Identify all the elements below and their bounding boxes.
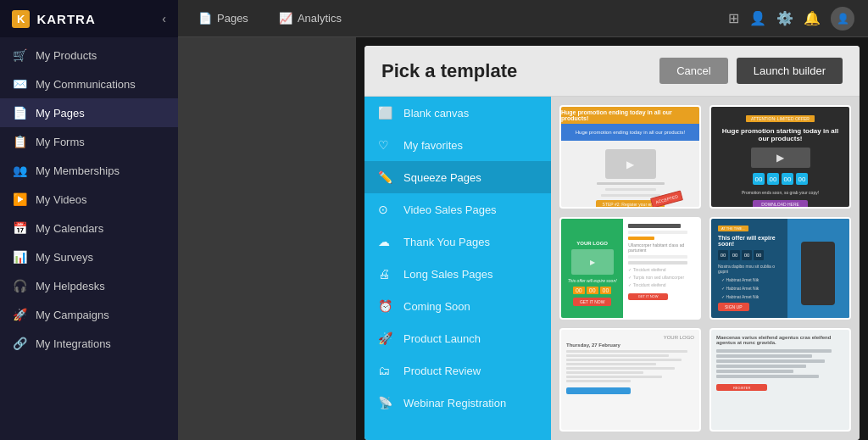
template-card[interactable]: Huge promotion ending today in all our p… — [559, 105, 701, 209]
coming-soon-icon: ⏰ — [378, 299, 395, 313]
products-icon: 🛒 — [12, 48, 27, 62]
template-category-label: Squeeze Pages — [403, 171, 481, 184]
grid-icon[interactable]: ⊞ — [728, 10, 739, 26]
topnav-analytics-icon: 📈 — [279, 12, 292, 25]
template-card[interactable]: YOUR LOGO ▶ This offer will expire soon!… — [559, 217, 701, 320]
template-category-product-review[interactable]: 🗂 Product Review — [364, 354, 551, 387]
template-card[interactable]: Maecenas varius eleifend agentus cras el… — [709, 328, 851, 432]
sidebar-item-products[interactable]: 🛒 My Products — [0, 41, 178, 70]
sidebar-item-label: My Forms — [36, 136, 85, 148]
template-preview-1: Huge promotion ending today in all our p… — [561, 107, 699, 209]
product-launch-icon: 🚀 — [378, 331, 395, 345]
video-sales-icon: ⊙ — [378, 203, 395, 216]
template-category-product-launch[interactable]: 🚀 Product Launch — [364, 322, 551, 354]
sidebar-item-label: My Memberships — [36, 164, 120, 177]
template-category-favorites[interactable]: ♡ My favorites — [364, 129, 551, 161]
template-card[interactable]: ATTENTION: LIMITED OFFER Huge promotion … — [709, 105, 851, 209]
pages-icon: 📄 — [12, 106, 27, 120]
template-category-webinar[interactable]: 📡 Webinar Registration — [364, 387, 551, 419]
sidebar-item-label: My Campaigns — [36, 309, 109, 321]
sidebar-nav: 🛒 My Products ✉️ My Communications 📄 My … — [0, 37, 178, 440]
communications-icon: ✉️ — [12, 77, 27, 91]
sidebar-item-campaigns[interactable]: 🚀 My Campaigns — [0, 300, 178, 329]
template-category-long-sales[interactable]: 🖨 Long Sales Pages — [364, 258, 551, 290]
sidebar: K KARTRA ‹ 🛒 My Products ✉️ My Communica… — [0, 0, 178, 440]
template-category-label: My favorites — [403, 139, 463, 152]
bell-icon[interactable]: 🔔 — [804, 10, 821, 26]
template-preview-6: Maecenas varius eleifend agentus cras el… — [711, 330, 849, 432]
topnav-right: ⊞ 👤 ⚙️ 🔔 👤 — [728, 7, 854, 31]
sidebar-item-label: My Surveys — [36, 251, 93, 264]
template-grid: Huge promotion ending today in all our p… — [551, 97, 860, 440]
modal-header: Pick a template Cancel Launch builder — [364, 46, 860, 97]
main-content: 📄 Pages 📈 Analytics ⊞ 👤 ⚙️ 🔔 👤 Pick a te… — [178, 0, 868, 440]
modal-body: ⬜ Blank canvas ♡ My favorites ✏️ Squeeze… — [364, 97, 860, 440]
sidebar-item-communications[interactable]: ✉️ My Communications — [0, 70, 178, 98]
sidebar-item-videos[interactable]: ▶️ My Videos — [0, 185, 178, 214]
sidebar-item-calendars[interactable]: 📅 My Calendars — [0, 214, 178, 242]
sidebar-item-label: My Integrations — [36, 337, 111, 350]
modal-actions: Cancel Launch builder — [659, 58, 843, 84]
surveys-icon: 📊 — [12, 250, 27, 264]
topnav-analytics[interactable]: 📈 Analytics — [272, 8, 348, 28]
sidebar-item-label: My Videos — [36, 193, 86, 206]
product-review-icon: 🗂 — [378, 364, 395, 377]
logo-icon: K — [12, 10, 30, 28]
template-category-label: Video Sales Pages — [403, 203, 497, 216]
topnav: 📄 Pages 📈 Analytics ⊞ 👤 ⚙️ 🔔 👤 — [178, 0, 868, 37]
sidebar-item-helpdesks[interactable]: 🎧 My Helpdesks — [0, 271, 178, 300]
sidebar-item-pages[interactable]: 📄 My Pages — [0, 98, 178, 127]
calendars-icon: 📅 — [12, 221, 27, 235]
helpdesks-icon: 🎧 — [12, 279, 27, 292]
sidebar-item-surveys[interactable]: 📊 My Surveys — [0, 242, 178, 271]
integrations-icon: 🔗 — [12, 337, 27, 350]
webinar-icon: 📡 — [378, 396, 395, 409]
template-category-label: Long Sales Pages — [403, 268, 493, 281]
sidebar-item-label: My Products — [36, 49, 97, 62]
long-sales-icon: 🖨 — [378, 267, 395, 281]
videos-icon: ▶️ — [12, 192, 27, 206]
logo-text: KARTRA — [36, 12, 95, 26]
topnav-pages[interactable]: 📄 Pages — [192, 8, 255, 28]
template-preview-2: ATTENTION: LIMITED OFFER Huge promotion … — [711, 107, 849, 209]
cancel-button[interactable]: Cancel — [659, 58, 727, 84]
template-category-blank[interactable]: ⬜ Blank canvas — [364, 97, 551, 129]
template-card[interactable]: YOUR LOGO Thursday, 27 February — [559, 328, 701, 432]
topnav-analytics-label: Analytics — [298, 12, 342, 25]
template-category-coming-soon[interactable]: ⏰ Coming Soon — [364, 290, 551, 322]
template-category-label: Blank canvas — [403, 107, 469, 120]
sidebar-collapse-icon[interactable]: ‹ — [162, 12, 166, 25]
forms-icon: 📋 — [12, 135, 27, 148]
sidebar-item-forms[interactable]: 📋 My Forms — [0, 127, 178, 156]
sidebar-item-label: My Calendars — [36, 222, 103, 235]
memberships-icon: 👥 — [12, 164, 27, 177]
sidebar-logo: K KARTRA ‹ — [0, 0, 178, 37]
thank-you-icon: ☁ — [378, 235, 395, 248]
sidebar-item-memberships[interactable]: 👥 My Memberships — [0, 156, 178, 185]
template-category-thank-you[interactable]: ☁ Thank You Pages — [364, 226, 551, 258]
template-category-label: Product Review — [403, 365, 481, 377]
blank-canvas-icon: ⬜ — [378, 106, 395, 120]
topnav-pages-label: Pages — [217, 12, 248, 25]
squeeze-pages-icon: ✏️ — [378, 170, 395, 184]
template-preview-3: YOUR LOGO ▶ This offer will expire soon!… — [561, 219, 699, 320]
template-category-video-sales[interactable]: ⊙ Video Sales Pages — [364, 193, 551, 226]
favorites-icon: ♡ — [378, 138, 395, 152]
launch-builder-button[interactable]: Launch builder — [737, 58, 843, 84]
template-category-label: Thank You Pages — [403, 236, 490, 248]
sidebar-item-integrations[interactable]: 🔗 My Integrations — [0, 329, 178, 358]
avatar[interactable]: 👤 — [831, 7, 854, 31]
template-card[interactable]: AT THE TIME... This offer will expire so… — [709, 217, 851, 320]
template-preview-5: YOUR LOGO Thursday, 27 February — [561, 330, 699, 432]
topnav-pages-icon: 📄 — [198, 12, 212, 25]
user-icon[interactable]: 👤 — [749, 10, 766, 26]
campaigns-icon: 🚀 — [12, 308, 27, 321]
template-preview-4: AT THE TIME... This offer will expire so… — [711, 219, 849, 320]
template-category-squeeze[interactable]: ✏️ Squeeze Pages — [364, 161, 551, 193]
template-category-sidebar: ⬜ Blank canvas ♡ My favorites ✏️ Squeeze… — [364, 97, 551, 440]
sidebar-item-label: My Pages — [36, 107, 85, 120]
template-category-label: Product Launch — [403, 332, 481, 345]
modal-title: Pick a template — [381, 60, 659, 82]
settings-icon[interactable]: ⚙️ — [776, 10, 793, 26]
sidebar-item-label: My Communications — [36, 78, 136, 91]
